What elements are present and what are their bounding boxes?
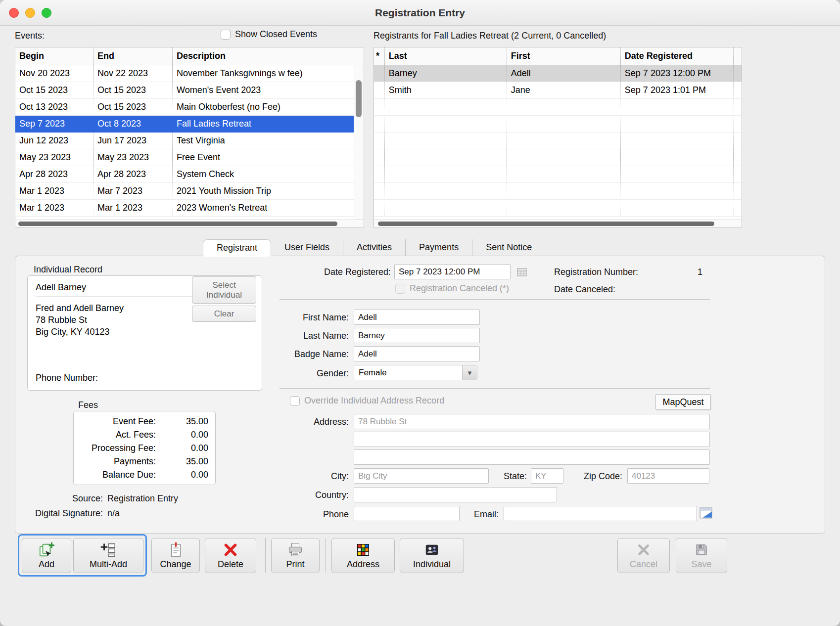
select-individual-button[interactable]: Select Individual	[192, 276, 256, 304]
address-button[interactable]: Address	[331, 538, 395, 573]
event-description-cell: Women's Event 2023	[173, 82, 364, 98]
last-name-label: Last Name:	[250, 331, 349, 341]
save-button[interactable]: Save	[676, 538, 727, 573]
address-line2-input[interactable]	[354, 432, 710, 447]
delete-button[interactable]: Delete	[205, 538, 256, 573]
source-value: Registration Entry	[107, 493, 178, 504]
event-description-cell: Fall Ladies Retreat	[173, 116, 364, 132]
email-input[interactable]	[504, 506, 697, 521]
address-line1-input[interactable]	[354, 414, 710, 429]
add-icon	[39, 542, 54, 558]
change-button[interactable]: Change	[151, 538, 200, 573]
state-input[interactable]	[531, 468, 563, 484]
address-line3-input[interactable]	[354, 449, 710, 465]
close-window-button[interactable]	[9, 8, 19, 18]
registrant-row-selected[interactable]: Barney Adell Sep 7 2023 12:00 PM	[374, 65, 742, 82]
empty-row	[374, 200, 742, 217]
registrant-first-cell: Adell	[507, 65, 621, 82]
fee-row: Processing Fee:0.00	[74, 442, 215, 455]
last-name-input[interactable]	[354, 328, 480, 343]
date-canceled-label: Date Canceled:	[554, 284, 615, 295]
minimize-window-button[interactable]	[25, 8, 35, 18]
event-end-cell: May 23 2023	[93, 149, 173, 166]
event-end-cell: Oct 8 2023	[93, 116, 173, 132]
event-row[interactable]: Apr 28 2023 Apr 28 2023 System Check	[15, 166, 364, 183]
city-label: City:	[250, 471, 349, 482]
tab-bar: Registrant User Fields Activities Paymen…	[203, 239, 545, 256]
show-closed-events-checkbox[interactable]: Show Closed Events	[221, 29, 317, 40]
events-vertical-scrollbar[interactable]	[354, 65, 364, 220]
event-row[interactable]: Oct 15 2023 Oct 15 2023 Women's Event 20…	[15, 82, 364, 99]
event-row[interactable]: May 23 2023 May 23 2023 Free Event	[15, 149, 364, 166]
change-icon	[168, 542, 184, 558]
phone-input[interactable]	[354, 506, 460, 521]
page-title: Registration Entry	[0, 0, 840, 26]
badge-name-input[interactable]	[354, 346, 480, 361]
registrants-horizontal-scrollbar[interactable]	[374, 220, 742, 227]
event-row[interactable]: Oct 13 2023 Oct 15 2023 Main Oktoberfest…	[15, 99, 364, 116]
clear-button[interactable]: Clear	[192, 306, 256, 322]
event-begin-cell: Mar 1 2023	[15, 183, 93, 199]
tab-user-fields[interactable]: User Fields	[271, 239, 343, 256]
events-horizontal-scrollbar[interactable]	[15, 220, 364, 227]
calendar-icon[interactable]	[516, 266, 528, 280]
event-description-cell: System Check	[173, 166, 364, 182]
registration-canceled-label: Registration Canceled (*)	[410, 283, 509, 294]
registrant-row[interactable]: Smith Jane Sep 7 2023 1:01 PM	[374, 82, 742, 99]
registrant-star-cell	[374, 65, 385, 82]
events-table-header: Begin End Description	[15, 47, 364, 65]
multi-add-icon	[100, 542, 116, 558]
cancel-button[interactable]: Cancel	[617, 538, 670, 573]
tab-payments[interactable]: Payments	[406, 239, 472, 256]
events-horizontal-scrollbar-thumb[interactable]	[18, 222, 337, 226]
gender-select[interactable]: Female ▾	[354, 365, 477, 380]
event-row[interactable]: Mar 1 2023 Mar 7 2023 2021 Youth Mission…	[15, 183, 364, 200]
event-row-selected[interactable]: Sep 7 2023 Oct 8 2023 Fall Ladies Retrea…	[15, 116, 364, 133]
individual-button[interactable]: Individual	[400, 538, 464, 573]
event-row[interactable]: Nov 20 2023 Nov 22 2023 November Tanksgi…	[15, 65, 364, 82]
checkbox-icon	[395, 284, 405, 294]
gender-value: Female	[354, 368, 462, 378]
add-button[interactable]: Add	[22, 538, 71, 573]
fees-box: Event Fee:35.00 Act. Fees:0.00 Processin…	[73, 411, 216, 485]
mapquest-button[interactable]: MapQuest	[655, 394, 711, 410]
registrants-gutter	[734, 47, 742, 65]
tab-sent-notice[interactable]: Sent Notice	[472, 239, 545, 256]
zip-code-input[interactable]	[627, 468, 709, 484]
event-row[interactable]: Mar 1 2023 Mar 1 2023 2023 Women's Retre…	[15, 200, 364, 217]
registrant-date-cell: Sep 7 2023 12:00 PM	[621, 65, 734, 82]
tab-registrant[interactable]: Registrant	[203, 239, 271, 257]
date-registered-input[interactable]	[394, 264, 511, 279]
event-description-cell: Free Event	[173, 149, 364, 166]
country-label: Country:	[250, 490, 349, 500]
gender-label: Gender:	[250, 368, 349, 379]
registrant-star-cell	[374, 82, 385, 98]
registrants-gutter	[734, 82, 742, 98]
tab-activities[interactable]: Activities	[343, 239, 406, 256]
city-input[interactable]	[354, 468, 489, 484]
phone-label: Phone	[250, 509, 349, 520]
chevron-down-icon[interactable]: ▾	[462, 365, 477, 380]
registrants-horizontal-scrollbar-thumb[interactable]	[378, 222, 714, 226]
event-row[interactable]: Jun 12 2023 Jun 17 2023 Test Virginia	[15, 133, 364, 149]
event-begin-cell: May 23 2023	[15, 149, 93, 166]
empty-row	[374, 99, 742, 116]
zip-code-label: Zip Code:	[566, 471, 622, 482]
country-input[interactable]	[354, 487, 557, 502]
divider	[36, 297, 195, 297]
first-name-label: First Name:	[250, 313, 349, 323]
zoom-window-button[interactable]	[42, 8, 51, 18]
events-vertical-scrollbar-thumb[interactable]	[356, 80, 362, 117]
digital-signature-row: Digital Signature: n/a	[15, 508, 120, 519]
cancel-icon	[636, 542, 652, 558]
divider	[280, 299, 710, 300]
registrants-title: Registrants for Fall Ladies Retreat (2 C…	[373, 31, 606, 41]
registration-canceled-checkbox[interactable]: Registration Canceled (*)	[395, 283, 509, 294]
event-description-cell: 2021 Youth Mission Trip	[173, 183, 364, 199]
multi-add-button[interactable]: Multi-Add	[73, 538, 143, 573]
email-app-icon[interactable]	[699, 506, 713, 522]
print-button[interactable]: Print	[271, 538, 320, 573]
override-address-checkbox[interactable]: Override Individual Address Record	[290, 396, 444, 406]
first-name-input[interactable]	[354, 310, 480, 325]
empty-row	[374, 183, 742, 200]
